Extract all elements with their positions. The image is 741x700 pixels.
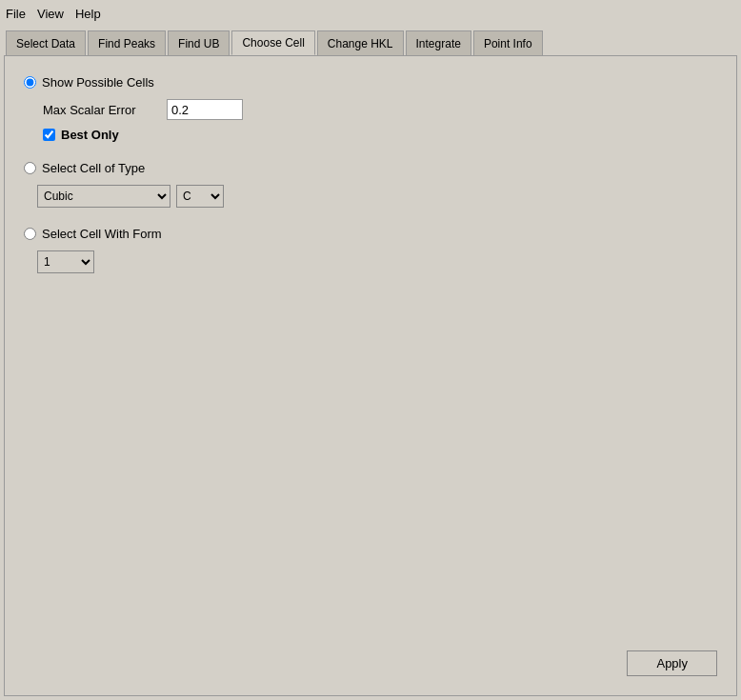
show-possible-cells-radio-input[interactable] [24, 76, 36, 89]
cell-type-select[interactable]: Cubic Tetragonal Orthorhombic Hexagonal … [37, 185, 170, 208]
tab-choose-cell[interactable]: Choose Cell [231, 30, 314, 55]
cell-type-dropdowns: Cubic Tetragonal Orthorhombic Hexagonal … [37, 185, 717, 208]
select-cell-of-type-section: Select Cell of Type Cubic Tetragonal Ort… [24, 161, 717, 208]
select-cell-of-type-radio-input[interactable] [24, 162, 36, 174]
best-only-checkbox-label[interactable]: Best Only [43, 128, 717, 142]
button-area: Apply [627, 650, 717, 676]
apply-button[interactable]: Apply [627, 650, 717, 676]
max-scalar-error-input[interactable] [167, 99, 243, 120]
tabbar: Select Data Find Peaks Find UB Choose Ce… [0, 27, 741, 55]
select-cell-with-form-radio-input[interactable] [24, 228, 36, 240]
select-cell-with-form-label: Select Cell With Form [42, 227, 162, 241]
show-possible-cells-radio[interactable]: Show Possible Cells [24, 75, 717, 90]
tab-point-info[interactable]: Point Info [473, 30, 543, 55]
main-window: File View Help Select Data Find Peaks Fi… [0, 0, 741, 700]
best-only-checkbox[interactable] [43, 129, 55, 141]
select-cell-of-type-radio[interactable]: Select Cell of Type [24, 161, 717, 175]
content-area: Show Possible Cells Max Scalar Error Bes… [4, 55, 737, 696]
form-number-select[interactable]: 1 2 3 4 5 [37, 250, 94, 273]
select-cell-of-type-label: Select Cell of Type [42, 161, 145, 175]
show-possible-cells-label: Show Possible Cells [42, 75, 154, 90]
max-scalar-error-label: Max Scalar Error [43, 103, 157, 117]
show-possible-cells-section: Show Possible Cells Max Scalar Error Bes… [24, 75, 717, 142]
tab-integrate[interactable]: Integrate [406, 30, 471, 55]
tab-find-ub[interactable]: Find UB [168, 30, 230, 55]
show-possible-cells-options: Max Scalar Error Best Only [43, 99, 717, 142]
menu-file[interactable]: File [6, 7, 26, 21]
menubar: File View Help [0, 0, 741, 27]
select-cell-with-form-section: Select Cell With Form 1 2 3 4 5 [24, 227, 717, 273]
best-only-label: Best Only [61, 128, 119, 142]
menu-help[interactable]: Help [75, 7, 101, 21]
tab-change-hkl[interactable]: Change HKL [317, 30, 404, 55]
tab-find-peaks[interactable]: Find Peaks [88, 30, 166, 55]
centering-select[interactable]: C P F I R [176, 185, 224, 208]
select-cell-with-form-radio[interactable]: Select Cell With Form [24, 227, 717, 241]
menu-view[interactable]: View [37, 7, 64, 21]
max-scalar-error-row: Max Scalar Error [43, 99, 717, 120]
tab-select-data[interactable]: Select Data [6, 30, 86, 55]
form-number-dropdown-row: 1 2 3 4 5 [37, 250, 717, 273]
